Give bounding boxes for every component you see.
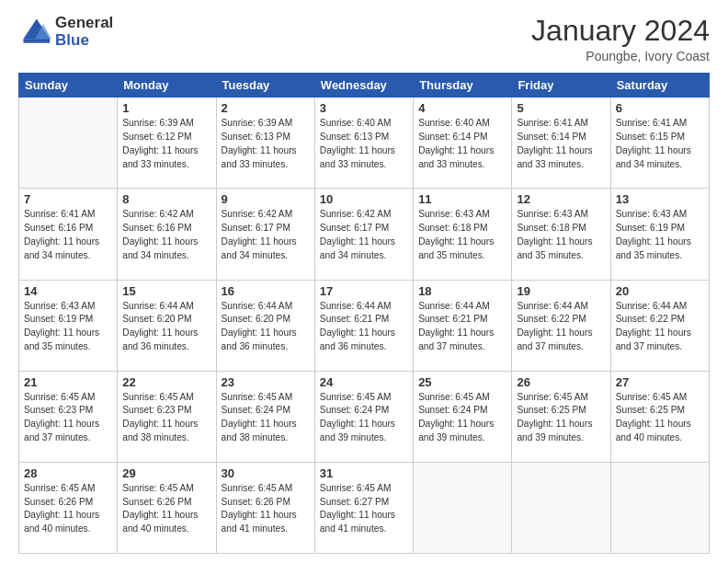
calendar-week-row: 7Sunrise: 6:41 AM Sunset: 6:16 PM Daylig… <box>19 189 710 280</box>
calendar-day-cell: 30Sunrise: 6:45 AM Sunset: 6:26 PM Dayli… <box>216 462 314 553</box>
calendar-empty-cell <box>19 98 118 189</box>
day-info: Sunrise: 6:45 AM Sunset: 6:23 PM Dayligh… <box>24 391 112 445</box>
day-number: 5 <box>517 101 605 115</box>
day-info: Sunrise: 6:44 AM Sunset: 6:22 PM Dayligh… <box>517 300 605 354</box>
day-info: Sunrise: 6:45 AM Sunset: 6:24 PM Dayligh… <box>418 391 506 445</box>
day-info: Sunrise: 6:43 AM Sunset: 6:18 PM Dayligh… <box>418 208 506 262</box>
day-number: 27 <box>616 375 704 389</box>
calendar-day-cell: 23Sunrise: 6:45 AM Sunset: 6:24 PM Dayli… <box>216 371 314 462</box>
calendar-week-row: 21Sunrise: 6:45 AM Sunset: 6:23 PM Dayli… <box>19 371 710 462</box>
day-info: Sunrise: 6:44 AM Sunset: 6:20 PM Dayligh… <box>222 300 310 354</box>
calendar-day-cell: 1Sunrise: 6:39 AM Sunset: 6:12 PM Daylig… <box>118 98 216 189</box>
day-info: Sunrise: 6:45 AM Sunset: 6:25 PM Dayligh… <box>616 391 704 445</box>
day-info: Sunrise: 6:45 AM Sunset: 6:26 PM Dayligh… <box>24 482 112 536</box>
calendar-empty-cell <box>414 462 512 553</box>
day-number: 13 <box>616 192 704 206</box>
day-info: Sunrise: 6:40 AM Sunset: 6:14 PM Dayligh… <box>418 117 506 171</box>
day-number: 10 <box>320 192 408 206</box>
day-number: 14 <box>24 284 112 298</box>
calendar-day-cell: 12Sunrise: 6:43 AM Sunset: 6:18 PM Dayli… <box>512 189 610 280</box>
day-number: 25 <box>418 375 506 389</box>
calendar-header-row: SundayMondayTuesdayWednesdayThursdayFrid… <box>19 74 710 98</box>
calendar-day-cell: 27Sunrise: 6:45 AM Sunset: 6:25 PM Dayli… <box>610 371 709 462</box>
calendar-day-cell: 25Sunrise: 6:45 AM Sunset: 6:24 PM Dayli… <box>414 371 512 462</box>
calendar-day-cell: 28Sunrise: 6:45 AM Sunset: 6:26 PM Dayli… <box>19 462 118 553</box>
calendar-day-cell: 3Sunrise: 6:40 AM Sunset: 6:13 PM Daylig… <box>314 98 413 189</box>
calendar-day-cell: 17Sunrise: 6:44 AM Sunset: 6:21 PM Dayli… <box>314 280 413 371</box>
day-number: 17 <box>320 284 408 298</box>
day-info: Sunrise: 6:45 AM Sunset: 6:24 PM Dayligh… <box>320 391 408 445</box>
day-number: 18 <box>418 284 506 298</box>
calendar-day-cell: 4Sunrise: 6:40 AM Sunset: 6:14 PM Daylig… <box>414 98 512 189</box>
day-number: 1 <box>122 101 210 115</box>
calendar-day-cell: 10Sunrise: 6:42 AM Sunset: 6:17 PM Dayli… <box>314 189 413 280</box>
day-info: Sunrise: 6:44 AM Sunset: 6:20 PM Dayligh… <box>122 300 210 354</box>
day-number: 7 <box>24 192 112 206</box>
day-number: 26 <box>517 375 605 389</box>
day-info: Sunrise: 6:43 AM Sunset: 6:18 PM Dayligh… <box>517 208 605 262</box>
calendar-day-cell: 21Sunrise: 6:45 AM Sunset: 6:23 PM Dayli… <box>19 371 118 462</box>
day-info: Sunrise: 6:41 AM Sunset: 6:16 PM Dayligh… <box>24 208 112 262</box>
calendar-day-cell: 24Sunrise: 6:45 AM Sunset: 6:24 PM Dayli… <box>314 371 413 462</box>
calendar-day-cell: 26Sunrise: 6:45 AM Sunset: 6:25 PM Dayli… <box>512 371 610 462</box>
calendar-week-row: 14Sunrise: 6:43 AM Sunset: 6:19 PM Dayli… <box>19 280 710 371</box>
day-number: 30 <box>222 466 310 480</box>
day-number: 12 <box>517 192 605 206</box>
calendar-day-cell: 6Sunrise: 6:41 AM Sunset: 6:15 PM Daylig… <box>610 98 709 189</box>
calendar-day-cell: 9Sunrise: 6:42 AM Sunset: 6:17 PM Daylig… <box>216 189 314 280</box>
calendar-day-cell: 18Sunrise: 6:44 AM Sunset: 6:21 PM Dayli… <box>414 280 512 371</box>
day-number: 15 <box>122 284 210 298</box>
day-number: 4 <box>418 101 506 115</box>
calendar-day-header: Thursday <box>414 74 512 98</box>
calendar-week-row: 1Sunrise: 6:39 AM Sunset: 6:12 PM Daylig… <box>19 98 710 189</box>
day-number: 8 <box>122 192 210 206</box>
day-number: 23 <box>222 375 310 389</box>
location: Poungbe, Ivory Coast <box>531 49 710 63</box>
calendar-day-header: Wednesday <box>314 74 413 98</box>
day-number: 20 <box>616 284 704 298</box>
day-number: 2 <box>222 101 310 115</box>
logo-blue: Blue <box>55 32 113 50</box>
day-number: 31 <box>320 466 408 480</box>
day-info: Sunrise: 6:39 AM Sunset: 6:13 PM Dayligh… <box>222 117 310 171</box>
calendar-day-cell: 15Sunrise: 6:44 AM Sunset: 6:20 PM Dayli… <box>118 280 216 371</box>
calendar-day-cell: 14Sunrise: 6:43 AM Sunset: 6:19 PM Dayli… <box>19 280 118 371</box>
calendar-day-cell: 5Sunrise: 6:41 AM Sunset: 6:14 PM Daylig… <box>512 98 610 189</box>
calendar-week-row: 28Sunrise: 6:45 AM Sunset: 6:26 PM Dayli… <box>19 462 710 553</box>
calendar-table: SundayMondayTuesdayWednesdayThursdayFrid… <box>18 73 710 554</box>
calendar-day-cell: 22Sunrise: 6:45 AM Sunset: 6:23 PM Dayli… <box>118 371 216 462</box>
calendar-day-cell: 29Sunrise: 6:45 AM Sunset: 6:26 PM Dayli… <box>118 462 216 553</box>
calendar-day-header: Sunday <box>19 74 118 98</box>
day-number: 19 <box>517 284 605 298</box>
day-info: Sunrise: 6:39 AM Sunset: 6:12 PM Dayligh… <box>122 117 210 171</box>
calendar-day-cell: 16Sunrise: 6:44 AM Sunset: 6:20 PM Dayli… <box>216 280 314 371</box>
day-info: Sunrise: 6:45 AM Sunset: 6:23 PM Dayligh… <box>122 391 210 445</box>
calendar-day-cell: 31Sunrise: 6:45 AM Sunset: 6:27 PM Dayli… <box>314 462 413 553</box>
calendar-day-header: Saturday <box>610 74 709 98</box>
day-info: Sunrise: 6:42 AM Sunset: 6:17 PM Dayligh… <box>320 208 408 262</box>
day-info: Sunrise: 6:45 AM Sunset: 6:26 PM Dayligh… <box>222 482 310 536</box>
logo-icon <box>18 16 51 49</box>
day-number: 22 <box>122 375 210 389</box>
logo-text: General Blue <box>55 15 113 49</box>
svg-rect-2 <box>23 39 50 43</box>
title-block: January 2024 Poungbe, Ivory Coast <box>531 15 710 63</box>
day-number: 28 <box>24 466 112 480</box>
day-info: Sunrise: 6:42 AM Sunset: 6:16 PM Dayligh… <box>122 208 210 262</box>
day-number: 29 <box>122 466 210 480</box>
calendar-day-cell: 20Sunrise: 6:44 AM Sunset: 6:22 PM Dayli… <box>610 280 709 371</box>
day-info: Sunrise: 6:45 AM Sunset: 6:26 PM Dayligh… <box>122 482 210 536</box>
month-title: January 2024 <box>531 15 710 47</box>
day-info: Sunrise: 6:45 AM Sunset: 6:25 PM Dayligh… <box>517 391 605 445</box>
day-info: Sunrise: 6:44 AM Sunset: 6:22 PM Dayligh… <box>616 300 704 354</box>
calendar-day-cell: 8Sunrise: 6:42 AM Sunset: 6:16 PM Daylig… <box>118 189 216 280</box>
logo: General Blue <box>18 15 113 49</box>
calendar-day-cell: 19Sunrise: 6:44 AM Sunset: 6:22 PM Dayli… <box>512 280 610 371</box>
day-number: 3 <box>320 101 408 115</box>
day-number: 11 <box>418 192 506 206</box>
day-info: Sunrise: 6:43 AM Sunset: 6:19 PM Dayligh… <box>616 208 704 262</box>
calendar-empty-cell <box>512 462 610 553</box>
calendar-day-header: Tuesday <box>216 74 314 98</box>
calendar-empty-cell <box>610 462 709 553</box>
day-info: Sunrise: 6:40 AM Sunset: 6:13 PM Dayligh… <box>320 117 408 171</box>
